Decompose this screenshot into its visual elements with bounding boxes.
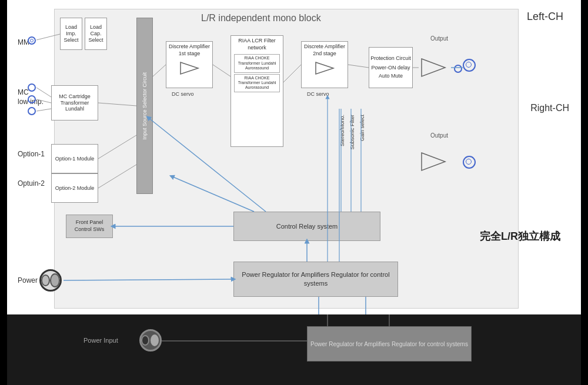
power-connector-main [39, 269, 62, 292]
power-connector-bottom [139, 329, 162, 351]
mono-block-title: L/R independent mono block [201, 13, 321, 24]
control-relay-box: Control Relay system [233, 212, 380, 241]
japanese-text: 完全L/R独立構成 [480, 229, 560, 243]
bottom-section: Power Input Power Regulator for Amplifie… [7, 314, 581, 385]
mc-cartridge-box: MC Cartridge Transformer Lundahl [51, 85, 98, 120]
load-cap-select: Load Cap. Select [85, 18, 107, 50]
riaa-lcr-block: RIAA LCR Filter network RIAA CHOKE Trans… [230, 35, 283, 147]
left-ch-label: Left-CH [527, 11, 563, 23]
opt2-label: Optuin-2 [18, 179, 45, 188]
power-reg-main: Power Regulator for Amplifiers Regulator… [233, 262, 398, 297]
gain-select-label: Gain select [359, 115, 365, 141]
option1-module: Option-1 Module [51, 144, 98, 173]
svg-marker-3 [181, 62, 198, 74]
output-label-right: Output [430, 132, 448, 139]
svg-marker-6 [422, 153, 445, 170]
option2-module: Option-2 Module [51, 173, 98, 203]
output-label-top: Output [430, 35, 448, 42]
dc-servo-2: DC servo [307, 91, 329, 97]
bottom-svg-lines [7, 314, 581, 385]
power-input-label-bottom: Power Input [83, 337, 118, 344]
input-selector-block: Input Source Selector Circuit [136, 18, 153, 194]
output-connector-large-top [463, 59, 476, 72]
mc-connector-3 [28, 107, 36, 115]
subsonic-filter-label: Subsonic Filter [349, 115, 355, 150]
amp1-triangle-svg [178, 59, 201, 77]
main-area: Left-CH Right-CH L/R independent mono bl… [7, 0, 581, 314]
left-border [0, 0, 7, 385]
svg-line-10 [36, 109, 51, 111]
svg-marker-4 [316, 62, 333, 74]
output-triangle-1 [419, 56, 454, 79]
mc-connector-1 [28, 83, 36, 92]
stereo-mono-label: Stereo/Mono. [339, 115, 345, 146]
mm-connector [28, 36, 36, 45]
output-connector-top [454, 65, 462, 73]
right-ch-label: Right-CH [530, 103, 569, 113]
front-panel-box: Front Panel Control SWs [66, 215, 113, 238]
riaa-choke-1: RIAA CHOKE Transformer Lundahl Aurorasou… [234, 54, 280, 72]
mc-connector-2 [28, 95, 36, 103]
load-imp-select: Load Imp. Select [60, 18, 82, 50]
amp2-triangle-svg [313, 59, 336, 77]
right-border [581, 0, 588, 385]
riaa-choke-2: RIAA CHOKE Transformer Lundahl Aurorasou… [234, 74, 280, 92]
svg-marker-5 [422, 59, 445, 76]
opt1-label: Option-1 [18, 150, 45, 158]
discrete-amp-2nd: Discrete Amplifier 2nd stage [301, 41, 348, 88]
output-connector-right [463, 156, 476, 169]
discrete-amp-1st: Discrete Amplifier 1st stage [166, 41, 213, 88]
output-triangle-2 [419, 150, 454, 173]
protection-box: Protection Circuit Power-ON delay Auto M… [369, 47, 413, 88]
power-reg-bottom: Power Regulator for Amplifiers Regulator… [307, 326, 472, 361]
dc-servo-1: DC servo [172, 91, 194, 97]
